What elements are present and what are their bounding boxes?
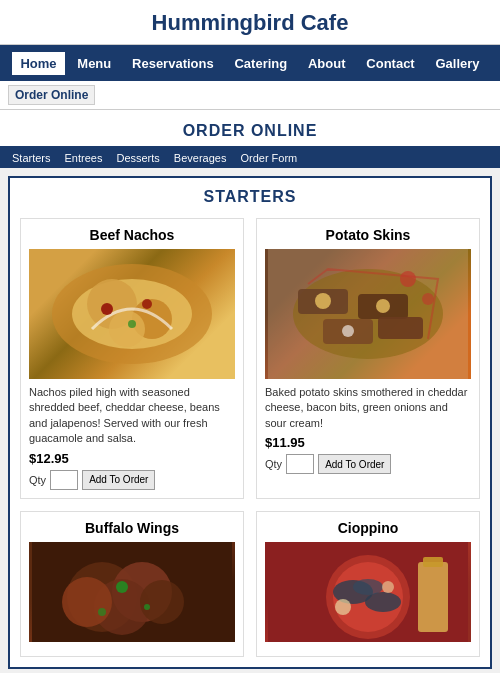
nav-catering[interactable]: Catering (226, 52, 295, 75)
nav-gallery[interactable]: Gallery (427, 52, 487, 75)
content-area: STARTERS Beef Nachos Nachos piled high w… (8, 176, 492, 669)
item-desc-beef-nachos: Nachos piled high with seasoned shredded… (29, 385, 235, 447)
item-price-potato-skins: $11.95 (265, 435, 471, 450)
menu-item-beef-nachos: Beef Nachos Nachos piled high with seaso… (20, 218, 244, 499)
item-title-potato-skins: Potato Skins (265, 227, 471, 243)
qty-label-potato: Qty (265, 458, 282, 470)
svg-rect-35 (423, 557, 443, 567)
svg-point-7 (128, 320, 136, 328)
item-title-beef-nachos: Beef Nachos (29, 227, 235, 243)
svg-point-4 (109, 311, 145, 347)
site-header: Hummingbird Cafe (0, 0, 500, 45)
qty-input-nachos[interactable] (50, 470, 78, 490)
svg-point-17 (400, 271, 416, 287)
subnav-order-online[interactable]: Order Online (8, 85, 95, 105)
main-nav: Home Menu Reservations Catering About Co… (0, 45, 500, 81)
nav-about[interactable]: About (300, 52, 354, 75)
qty-label-nachos: Qty (29, 474, 46, 486)
sublink-order-form[interactable]: Order Form (236, 151, 301, 165)
svg-point-24 (140, 580, 184, 624)
page-title-bar: ORDER ONLINE (0, 110, 500, 148)
svg-rect-34 (418, 562, 448, 632)
item-price-beef-nachos: $12.95 (29, 451, 235, 466)
item-image-beef-nachos (29, 249, 235, 379)
svg-point-15 (376, 299, 390, 313)
order-row-beef-nachos: Qty Add To Order (29, 470, 235, 490)
svg-point-32 (365, 592, 401, 612)
svg-point-14 (315, 293, 331, 309)
item-title-cioppino: Cioppino (265, 520, 471, 536)
svg-point-36 (335, 599, 351, 615)
nav-contact[interactable]: Contact (358, 52, 422, 75)
svg-point-16 (342, 325, 354, 337)
nav-reservations[interactable]: Reservations (124, 52, 222, 75)
item-title-buffalo-wings: Buffalo Wings (29, 520, 235, 536)
menu-item-potato-skins: Potato Skins Baked potato skin (256, 218, 480, 499)
svg-point-23 (62, 577, 112, 627)
svg-rect-13 (378, 317, 423, 339)
section-title: STARTERS (20, 188, 480, 206)
sublink-entrees[interactable]: Entrees (61, 151, 107, 165)
svg-point-6 (142, 299, 152, 309)
sublink-desserts[interactable]: Desserts (112, 151, 163, 165)
svg-point-26 (98, 608, 106, 616)
sublink-starters[interactable]: Starters (8, 151, 55, 165)
svg-point-33 (353, 579, 383, 595)
svg-point-18 (422, 293, 434, 305)
qty-input-potato[interactable] (286, 454, 314, 474)
menu-item-buffalo-wings: Buffalo Wings (20, 511, 244, 657)
svg-point-25 (116, 581, 128, 593)
site-title: Hummingbird Cafe (0, 10, 500, 36)
item-image-cioppino (265, 542, 471, 642)
nav-menu[interactable]: Menu (69, 52, 119, 75)
item-desc-potato-skins: Baked potato skins smothered in cheddar … (265, 385, 471, 431)
page-title: ORDER ONLINE (0, 122, 500, 140)
add-btn-potato[interactable]: Add To Order (318, 454, 391, 474)
item-image-potato-skins (265, 249, 471, 379)
add-btn-nachos[interactable]: Add To Order (82, 470, 155, 490)
nav-home[interactable]: Home (12, 52, 64, 75)
sublink-beverages[interactable]: Beverages (170, 151, 231, 165)
items-grid: Beef Nachos Nachos piled high with seaso… (20, 218, 480, 657)
sub-links-bar: Starters Entrees Desserts Beverages Orde… (0, 148, 500, 168)
svg-point-5 (101, 303, 113, 315)
item-image-buffalo-wings (29, 542, 235, 642)
svg-point-27 (144, 604, 150, 610)
menu-item-cioppino: Cioppino (256, 511, 480, 657)
order-row-potato-skins: Qty Add To Order (265, 454, 471, 474)
sub-nav: Order Online (0, 81, 500, 110)
svg-point-37 (382, 581, 394, 593)
